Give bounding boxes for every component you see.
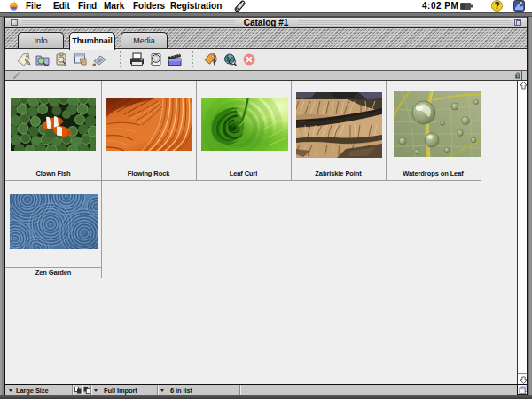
svg-text:?: ? bbox=[494, 1, 499, 11]
